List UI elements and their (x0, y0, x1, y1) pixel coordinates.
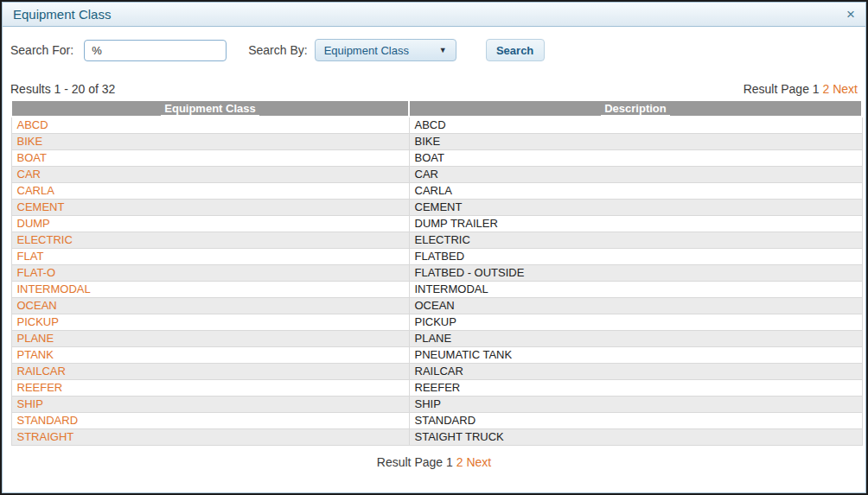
table-row: RAILCAR RAILCAR (11, 363, 862, 379)
equipment-class-cell: OCEAN (11, 297, 409, 314)
table-row: CAR CAR (11, 166, 862, 182)
pagination-next-link[interactable]: Next (466, 455, 491, 469)
equipment-table-body: ABCD ABCD BIKE BIKE BOAT BOAT CAR CAR CA… (11, 117, 862, 445)
pagination-next-link[interactable]: Next (833, 82, 858, 96)
description-cell: PLANE (409, 330, 862, 346)
table-row: BIKE BIKE (11, 133, 862, 149)
equipment-class-cell: BOAT (11, 149, 409, 166)
description-cell: CAR (409, 166, 862, 182)
close-icon[interactable]: × (846, 7, 855, 22)
description-cell: RAILCAR (409, 363, 862, 379)
equipment-class-link[interactable]: CARLA (17, 184, 54, 197)
equipment-class-cell: REEFER (11, 379, 409, 396)
table-row: REEFER REEFER (11, 379, 862, 396)
equipment-table: Equipment Class Description ABCD ABCD BI… (10, 99, 863, 446)
equipment-class-link[interactable]: PLANE (17, 332, 54, 345)
equipment-class-cell: PTANK (11, 346, 409, 363)
sort-description-link[interactable]: Description (601, 102, 670, 116)
table-row: BOAT BOAT (11, 149, 862, 166)
description-cell: BOAT (409, 149, 862, 166)
description-cell: CARLA (409, 182, 862, 199)
column-header-description: Description (409, 100, 862, 117)
search-input[interactable] (84, 40, 227, 61)
equipment-class-link[interactable]: ELECTRIC (17, 233, 73, 246)
description-cell: SHIP (409, 396, 862, 412)
description-cell: ABCD (409, 117, 862, 133)
description-cell: BIKE (409, 133, 862, 149)
equipment-class-cell: CEMENT (11, 199, 409, 215)
search-by-selected-value: Equipment Class (324, 44, 409, 57)
equipment-class-link[interactable]: ABCD (17, 118, 48, 131)
equipment-class-link[interactable]: STRAIGHT (17, 430, 74, 443)
description-cell: INTERMODAL (409, 281, 862, 297)
equipment-class-cell: FLAT (11, 248, 409, 264)
equipment-class-link[interactable]: FLAT-O (17, 266, 56, 279)
description-cell: REEFER (409, 379, 862, 396)
chevron-down-icon: ▼ (439, 46, 447, 54)
table-row: CEMENT CEMENT (11, 199, 862, 215)
equipment-class-cell: PICKUP (11, 314, 409, 330)
description-cell: ELECTRIC (409, 232, 862, 248)
pagination-current-page: 1 (813, 82, 820, 96)
equipment-class-link[interactable]: BOAT (17, 151, 47, 164)
equipment-class-link[interactable]: FLAT (17, 250, 44, 263)
equipment-class-cell: STANDARD (11, 412, 409, 428)
pagination-top: Result Page 1 2 Next (744, 82, 858, 96)
table-row: PTANK PNEUMATIC TANK (11, 346, 862, 363)
equipment-class-cell: DUMP (11, 215, 409, 232)
description-cell: PNEUMATIC TANK (409, 346, 862, 363)
table-row: SHIP SHIP (11, 396, 862, 412)
equipment-class-link[interactable]: DUMP (17, 217, 50, 230)
description-cell: FLATBED - OUTSIDE (409, 264, 862, 281)
table-row: INTERMODAL INTERMODAL (11, 281, 862, 297)
description-cell: FLATBED (409, 248, 862, 264)
equipment-class-link[interactable]: PTANK (17, 348, 54, 361)
sort-equipment-class-link[interactable]: Equipment Class (161, 102, 258, 116)
equipment-class-link[interactable]: INTERMODAL (17, 282, 91, 295)
table-row: ABCD ABCD (11, 117, 862, 133)
equipment-class-cell: ELECTRIC (11, 232, 409, 248)
pagination-label: Result Page (377, 455, 443, 469)
equipment-class-link[interactable]: PICKUP (17, 315, 59, 328)
description-cell: OCEAN (409, 297, 862, 314)
table-row: CARLA CARLA (11, 182, 862, 199)
pagination-current-page: 1 (446, 455, 453, 469)
equipment-class-cell: STRAIGHT (11, 428, 409, 445)
column-header-equipment-class: Equipment Class (11, 100, 409, 117)
equipment-class-cell: CARLA (11, 182, 409, 199)
equipment-class-link[interactable]: BIKE (17, 135, 43, 148)
results-row: Results 1 - 20 of 32 Result Page 1 2 Nex… (10, 82, 858, 96)
table-row: FLAT FLATBED (11, 248, 862, 264)
equipment-class-cell: RAILCAR (11, 363, 409, 379)
search-for-label: Search For: (10, 43, 73, 57)
search-button[interactable]: Search (486, 39, 545, 61)
description-cell: PICKUP (409, 314, 862, 330)
equipment-class-link[interactable]: REEFER (17, 381, 63, 394)
equipment-class-link[interactable]: CAR (17, 168, 41, 181)
table-row: STRAIGHT STAIGHT TRUCK (11, 428, 862, 445)
pagination-label: Result Page (744, 82, 809, 96)
table-row: PLANE PLANE (11, 330, 862, 346)
dialog-titlebar: Equipment Class × (3, 3, 865, 27)
pagination-page-2-link[interactable]: 2 (456, 455, 463, 469)
description-cell: DUMP TRAILER (409, 215, 862, 232)
equipment-class-dialog: Equipment Class × Search For: Search By:… (0, 0, 868, 495)
equipment-class-cell: PLANE (11, 330, 409, 346)
table-row: STANDARD STANDARD (11, 412, 862, 428)
equipment-class-link[interactable]: RAILCAR (17, 365, 66, 378)
equipment-class-cell: CAR (11, 166, 409, 182)
table-row: ELECTRIC ELECTRIC (11, 232, 862, 248)
pagination-page-2-link[interactable]: 2 (823, 82, 830, 96)
pagination-bottom: Result Page 1 2 Next (10, 455, 858, 469)
equipment-class-link[interactable]: STANDARD (17, 414, 79, 427)
dialog-content: Search For: Search By: Equipment Class ▼… (2, 39, 866, 469)
table-row: PICKUP PICKUP (11, 314, 862, 330)
equipment-class-cell: BIKE (11, 133, 409, 149)
equipment-class-link[interactable]: CEMENT (17, 200, 65, 213)
table-row: FLAT-O FLATBED - OUTSIDE (11, 264, 862, 281)
search-by-dropdown[interactable]: Equipment Class ▼ (315, 39, 456, 61)
dialog-title: Equipment Class (13, 7, 111, 22)
results-summary: Results 1 - 20 of 32 (10, 82, 115, 96)
equipment-class-link[interactable]: SHIP (17, 397, 43, 410)
equipment-class-link[interactable]: OCEAN (17, 299, 57, 312)
